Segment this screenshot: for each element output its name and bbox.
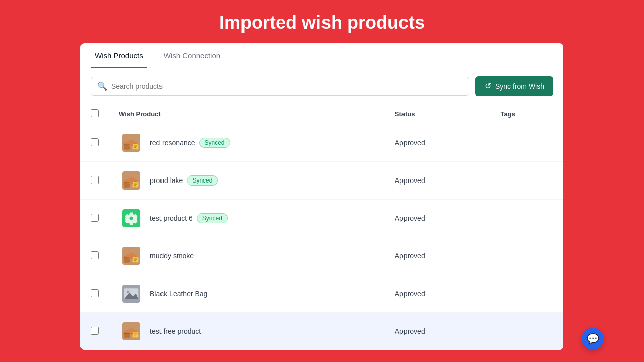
- status-badge: Approved: [395, 214, 425, 222]
- product-cell: Black Leather Bag: [109, 275, 385, 313]
- chat-bubble-button[interactable]: 💬: [582, 328, 604, 350]
- svg-rect-33: [124, 258, 130, 258]
- search-icon: 🔍: [97, 81, 107, 91]
- col-header-status: Status: [385, 104, 491, 124]
- svg-rect-19: [124, 183, 130, 183]
- row-checkbox-cell: [80, 275, 109, 313]
- product-cell: red resonance Synced: [109, 124, 385, 162]
- toolbar: 🔍 ↺ Sync from Wish: [80, 68, 564, 104]
- row-checkbox-cell: [80, 124, 109, 162]
- status-cell: Approved: [385, 124, 491, 162]
- svg-rect-49: [124, 333, 130, 334]
- table-row: red resonance Synced Approved: [80, 124, 564, 162]
- product-cell: muddy smoke: [109, 237, 385, 275]
- sync-icon: ↺: [485, 81, 491, 91]
- tags-cell: [490, 124, 564, 162]
- row-checkbox[interactable]: [91, 289, 99, 297]
- col-header-checkbox: [80, 104, 109, 124]
- table-row: Black Leather Bag Approved: [80, 275, 564, 313]
- status-cell: Approved: [385, 200, 491, 237]
- product-name: Black Leather Bag: [150, 290, 207, 298]
- row-checkbox[interactable]: [91, 251, 99, 259]
- product-thumbnail: [119, 281, 144, 306]
- main-container: Wish Products Wish Connection 🔍 ↺ Sync f…: [80, 43, 564, 350]
- status-badge: Approved: [395, 327, 425, 335]
- page-title: Imported wish products: [219, 12, 425, 33]
- status-badge: Approved: [395, 252, 425, 260]
- product-cell: test product 6 Synced: [109, 200, 385, 237]
- tags-cell: [490, 275, 564, 313]
- svg-point-40: [127, 291, 130, 294]
- tab-wish-connection[interactable]: Wish Connection: [159, 43, 224, 68]
- svg-point-25: [129, 216, 133, 220]
- sync-from-wish-button[interactable]: ↺ Sync from Wish: [475, 76, 553, 96]
- search-wrapper: 🔍: [91, 77, 469, 96]
- product-name: proud lake Synced: [150, 175, 218, 186]
- product-thumbnail: [119, 206, 144, 231]
- tags-cell: [490, 162, 564, 200]
- product-thumbnail: [119, 168, 144, 193]
- product-name: test free product: [150, 327, 201, 335]
- product-name: red resonance Synced: [150, 138, 230, 148]
- status-badge: Approved: [395, 176, 425, 185]
- table-row: muddy smoke Approved: [80, 237, 564, 275]
- chat-icon: 💬: [587, 333, 599, 345]
- status-cell: Approved: [385, 237, 491, 275]
- tags-cell: [490, 237, 564, 275]
- products-table: Wish Product Status Tags red resonanc: [80, 104, 564, 350]
- product-cell: proud lake Synced: [109, 162, 385, 200]
- product-thumbnail: [119, 319, 144, 344]
- status-badge: Approved: [395, 139, 425, 147]
- row-checkbox-cell: [80, 313, 109, 350]
- row-checkbox-cell: [80, 162, 109, 200]
- col-header-product: Wish Product: [109, 104, 385, 124]
- synced-badge: Synced: [199, 138, 230, 148]
- product-thumbnail: [119, 130, 144, 155]
- tab-wish-products[interactable]: Wish Products: [91, 43, 147, 68]
- status-cell: Approved: [385, 162, 491, 200]
- synced-badge: Synced: [187, 175, 218, 186]
- row-checkbox[interactable]: [91, 327, 99, 335]
- svg-rect-7: [124, 145, 130, 145]
- synced-badge: Synced: [197, 213, 228, 223]
- tags-cell: [490, 200, 564, 237]
- tags-cell: [490, 313, 564, 350]
- product-cell: test free product: [109, 313, 385, 350]
- table-row: test product 6 Synced Approved: [80, 200, 564, 237]
- row-checkbox-cell: [80, 200, 109, 237]
- product-thumbnail: [119, 243, 144, 268]
- tabs-bar: Wish Products Wish Connection: [80, 43, 564, 68]
- row-checkbox[interactable]: [91, 214, 99, 222]
- table-row: test free product Approved: [80, 313, 564, 350]
- status-cell: Approved: [385, 313, 491, 350]
- product-name: test product 6 Synced: [150, 213, 228, 223]
- row-checkbox-cell: [80, 237, 109, 275]
- search-input[interactable]: [111, 82, 463, 90]
- status-badge: Approved: [395, 290, 425, 298]
- row-checkbox[interactable]: [91, 176, 99, 184]
- status-cell: Approved: [385, 275, 491, 313]
- table-row: proud lake Synced Approved: [80, 162, 564, 200]
- select-all-checkbox[interactable]: [91, 109, 99, 117]
- row-checkbox[interactable]: [91, 138, 99, 146]
- product-name: muddy smoke: [150, 252, 194, 260]
- col-header-tags: Tags: [490, 104, 564, 124]
